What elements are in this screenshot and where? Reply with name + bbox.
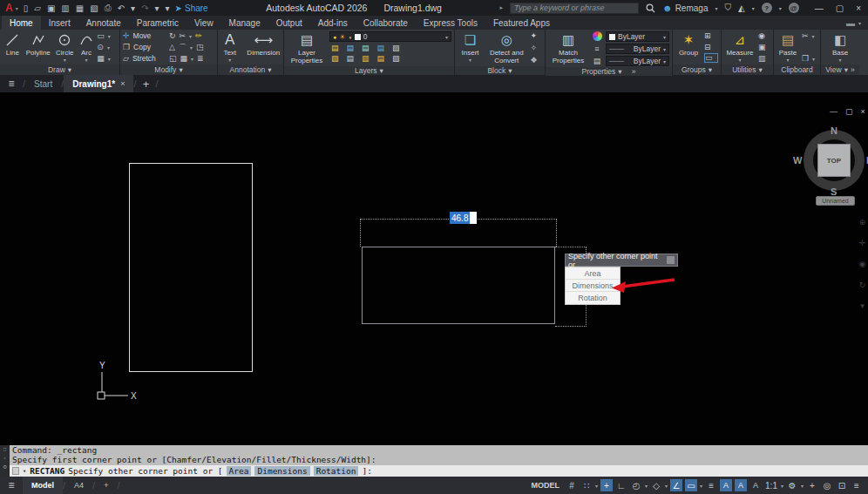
- undo-dropdown-icon[interactable]: ▾: [131, 3, 135, 13]
- scale-icon[interactable]: [169, 54, 177, 63]
- cmd-option-area[interactable]: Area: [227, 466, 252, 476]
- lineweight-dropdown[interactable]: ——ByLayer▾: [606, 56, 669, 66]
- layer-match-icon[interactable]: ▧: [392, 44, 400, 52]
- dimension-button[interactable]: Dimension: [247, 30, 281, 64]
- detect-convert-button[interactable]: Detect and Convert: [485, 30, 527, 65]
- publish-icon[interactable]: ▧: [90, 3, 98, 13]
- compass-north[interactable]: N: [831, 125, 837, 136]
- arc-dropdown-icon[interactable]: ▾: [85, 58, 87, 64]
- panel-label-clipboard[interactable]: Clipboard: [774, 64, 820, 75]
- stretch-button[interactable]: Stretch: [123, 54, 156, 63]
- circle-button[interactable]: Circle▾: [54, 30, 76, 64]
- restore-button[interactable]: ▢: [836, 3, 844, 13]
- panel-expand-icon[interactable]: [632, 67, 636, 76]
- navigation-bar[interactable]: ⊕ ✛ ◉ ↻ ▾: [857, 218, 868, 310]
- layout-tab-a4[interactable]: A4: [65, 477, 92, 494]
- tab-start[interactable]: Start: [25, 75, 61, 92]
- viewport-restore-icon[interactable]: ▢: [845, 107, 853, 116]
- snap-toggle-icon[interactable]: [580, 479, 593, 491]
- group-button[interactable]: Group: [675, 30, 702, 64]
- panel-label-view[interactable]: View: [821, 64, 859, 75]
- app-dropdown-icon[interactable]: ▾: [752, 5, 755, 11]
- copy-button[interactable]: Copy: [123, 43, 151, 51]
- panel-label-block[interactable]: Block: [455, 66, 545, 75]
- viewport-minimize-icon[interactable]: —: [830, 107, 837, 116]
- line-button[interactable]: Line: [3, 30, 23, 64]
- tab-insert[interactable]: Insert: [41, 16, 78, 30]
- layer-unlock2-icon[interactable]: ▤: [377, 54, 385, 63]
- tab-manage[interactable]: Manage: [221, 16, 268, 30]
- trim-icon[interactable]: [180, 31, 186, 40]
- customization-gear-icon[interactable]: [786, 479, 798, 491]
- cart-icon[interactable]: ⛉: [724, 3, 731, 13]
- layer-current-icon[interactable]: ▥: [362, 54, 370, 63]
- customize-cmd-icon[interactable]: ⚙: [3, 464, 6, 470]
- command-line-grip[interactable]: ∷ ‹ ⚙: [0, 445, 10, 477]
- gear-dropdown-icon[interactable]: ▾: [801, 483, 804, 489]
- ucs-dropdown[interactable]: Unnamed: [816, 196, 855, 206]
- command-input-line[interactable]: ▾ RECTANG Specify other corner point or …: [10, 465, 868, 477]
- group-edit-icon[interactable]: ⊟: [704, 43, 718, 51]
- ellipse-icon[interactable]: [97, 43, 104, 51]
- polar-dropdown-icon[interactable]: ▾: [645, 483, 648, 489]
- panel-label-properties[interactable]: Properties: [546, 67, 672, 76]
- autodesk-app-icon[interactable]: ◭: [738, 3, 745, 13]
- paste-dropdown-icon[interactable]: ▾: [786, 58, 789, 64]
- panel-label-modify[interactable]: Modify: [120, 64, 217, 75]
- paste-button[interactable]: Paste▾: [776, 30, 799, 64]
- cmd-option-dimensions[interactable]: Dimensions: [254, 466, 309, 476]
- group-selection-icon[interactable]: ▭: [704, 53, 718, 63]
- id-point-icon[interactable]: ◉: [758, 31, 770, 40]
- tab-collaborate[interactable]: Collaborate: [356, 16, 416, 30]
- clean-screen-icon[interactable]: [836, 479, 848, 491]
- annotation-scale-value[interactable]: 1:1: [764, 479, 778, 491]
- close-tab-icon[interactable]: ×: [120, 79, 125, 88]
- panel-label-draw[interactable]: Draw: [0, 64, 119, 75]
- hatch-dropdown-icon[interactable]: ▾: [108, 56, 111, 62]
- rectangle-dropdown-icon[interactable]: ▾: [108, 33, 111, 39]
- viewcube-face-top[interactable]: TOP: [817, 144, 851, 177]
- mirror-icon[interactable]: [169, 43, 175, 51]
- insert-button[interactable]: Insert▾: [458, 30, 483, 65]
- ungroup-icon[interactable]: ⊞: [704, 31, 718, 40]
- isometric-toggle-icon[interactable]: [650, 479, 662, 491]
- user-account[interactable]: ☻Remaga: [662, 3, 708, 13]
- layer-select-dropdown[interactable]: 0 ▾: [329, 31, 451, 42]
- layer-walk-icon[interactable]: ▧: [392, 54, 400, 63]
- panel-expand-icon[interactable]: [851, 65, 855, 74]
- qat-customize-icon[interactable]: ▾: [166, 3, 170, 13]
- color-wheel-icon[interactable]: [593, 31, 602, 41]
- layer-unisolate-icon[interactable]: ▨: [331, 54, 339, 63]
- user-dropdown-icon[interactable]: ▾: [715, 5, 717, 11]
- new-layout-button[interactable]: +: [95, 477, 117, 494]
- object-color-dropdown[interactable]: ByLayer▾: [606, 31, 669, 42]
- erase-icon[interactable]: [195, 31, 202, 40]
- tab-parametric[interactable]: Parametric: [129, 16, 186, 30]
- status-customize-icon[interactable]: [851, 479, 863, 491]
- compass-west[interactable]: W: [793, 155, 802, 166]
- osnap-dropdown-icon[interactable]: ▾: [700, 483, 702, 489]
- layer-thaw-all-icon[interactable]: ▤: [347, 54, 355, 63]
- isometric-dropdown-icon[interactable]: ▾: [665, 483, 668, 489]
- minimize-button[interactable]: —: [815, 3, 824, 13]
- navigation-wheel-icon[interactable]: ⊕: [859, 218, 866, 227]
- model-space-indicator[interactable]: MODEL: [532, 481, 560, 490]
- panel-label-utilities[interactable]: Utilities: [722, 64, 773, 75]
- move-button[interactable]: Move: [123, 31, 151, 40]
- fillet-icon[interactable]: [179, 42, 186, 53]
- share-button[interactable]: ➤Share: [175, 3, 208, 13]
- layer-freeze-icon[interactable]: ▤: [362, 44, 370, 52]
- cut-icon[interactable]: ✂: [802, 31, 809, 40]
- measure-button[interactable]: Measure▾: [724, 30, 756, 64]
- rectangle-icon[interactable]: [97, 31, 105, 40]
- close-button[interactable]: ×: [856, 3, 861, 13]
- tab-featured-apps[interactable]: Featured Apps: [485, 16, 558, 30]
- viewport-close-icon[interactable]: ×: [861, 107, 865, 116]
- expand-search-icon[interactable]: ▸: [500, 4, 504, 11]
- layer-properties-button[interactable]: Layer Properties: [287, 30, 327, 65]
- navbar-more-icon[interactable]: ▾: [860, 301, 865, 310]
- model-tab[interactable]: Model: [23, 477, 63, 494]
- text-button[interactable]: Text▾: [220, 30, 240, 64]
- save-icon[interactable]: ▣: [47, 3, 55, 13]
- tab-add-ins[interactable]: Add-ins: [310, 16, 356, 30]
